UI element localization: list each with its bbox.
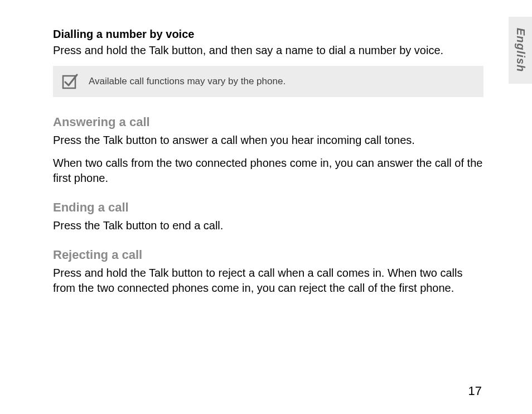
section-rejecting: Rejecting a call Press and hold the Talk… — [53, 248, 483, 296]
note-text: Available call functions may vary by the… — [89, 76, 286, 87]
note-box: Available call functions may vary by the… — [53, 66, 483, 97]
section-body: Press the Talk button to end a call. — [53, 218, 483, 233]
section-dial-by-voice: Dialling a number by voice Press and hol… — [53, 28, 483, 97]
page-content: Dialling a number by voice Press and hol… — [53, 28, 483, 296]
language-tab: English — [509, 17, 532, 84]
language-label: English — [514, 28, 527, 72]
section-title: Answering a call — [53, 115, 483, 129]
section-body: Press the Talk button to answer a call w… — [53, 133, 483, 148]
section-body: Press and hold the Talk button, and then… — [53, 43, 483, 58]
section-body: When two calls from the two connected ph… — [53, 156, 483, 186]
section-title: Rejecting a call — [53, 248, 483, 262]
section-title: Ending a call — [53, 200, 483, 215]
section-body: Press and hold the Talk button to reject… — [53, 266, 483, 296]
section-title: Dialling a number by voice — [53, 28, 483, 41]
checkmark-box-icon — [62, 74, 79, 89]
page-number: 17 — [468, 384, 482, 398]
section-answering: Answering a call Press the Talk button t… — [53, 115, 483, 186]
document-page: English Dialling a number by voice Press… — [0, 0, 532, 414]
section-ending: Ending a call Press the Talk button to e… — [53, 200, 483, 233]
